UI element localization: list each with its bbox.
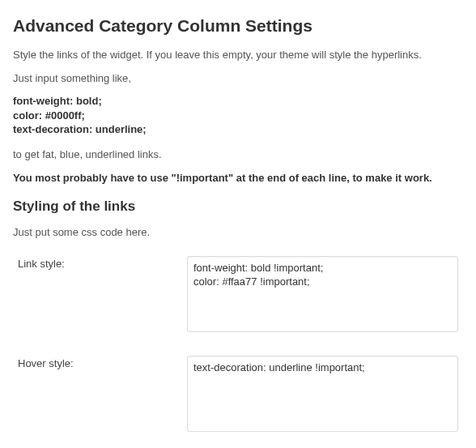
example-line: color: #0000ff;	[13, 109, 85, 122]
link-style-label: Link style:	[13, 256, 187, 270]
intro-text: Style the links of the widget. If you le…	[13, 49, 463, 61]
example-block: font-weight: bold; color: #0000ff; text-…	[13, 94, 463, 137]
section-title: Styling of the links	[13, 198, 463, 215]
link-style-row: Link style:	[13, 256, 463, 335]
important-note: You most probably have to use "!importan…	[13, 172, 463, 184]
prompt-text: Just input something like,	[13, 72, 463, 84]
hover-style-label: Hover style:	[13, 356, 187, 369]
page-title: Advanced Category Column Settings	[13, 16, 463, 36]
hover-style-input[interactable]	[187, 356, 458, 432]
hover-style-row: Hover style:	[13, 356, 463, 434]
result-text: to get fat, blue, underlined links.	[13, 148, 463, 160]
section-description: Just put some css code here.	[13, 226, 463, 238]
example-line: text-decoration: underline;	[13, 123, 147, 135]
example-line: font-weight: bold;	[13, 95, 102, 107]
link-style-input[interactable]	[187, 256, 458, 332]
